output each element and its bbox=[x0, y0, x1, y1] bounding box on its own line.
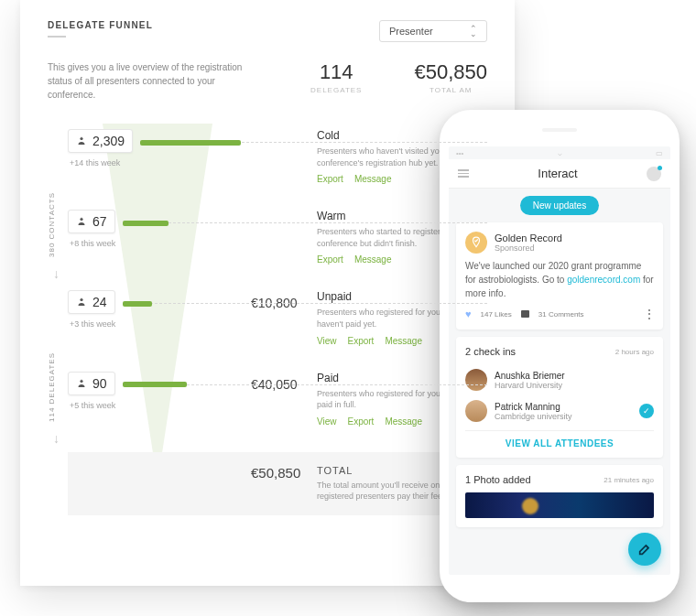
app-title: Interact bbox=[538, 167, 577, 180]
attendee-org: Harvard University bbox=[495, 381, 654, 390]
export-link[interactable]: Export bbox=[317, 174, 343, 184]
stage-divider bbox=[141, 384, 487, 385]
status-bar: ••• ⌵ ▭ bbox=[449, 146, 670, 159]
person-icon bbox=[76, 378, 87, 389]
stage-week-delta: +3 this week bbox=[70, 319, 251, 329]
attendee-org: Cambridge university bbox=[495, 412, 632, 421]
stage-bar bbox=[123, 382, 187, 387]
funnel-stage: 67+8 this weekWarmPresenters who started… bbox=[68, 210, 487, 265]
side-label-delegates: 114 DELEGATES bbox=[48, 352, 56, 422]
side-labels: 380 CONTACTS ↓ 114 DELEGATES ↓ bbox=[48, 129, 68, 515]
funnel-stage: 24+3 this week€10,800UnpaidPresenters wh… bbox=[68, 290, 487, 345]
attendee-name: Patrick Manning bbox=[495, 402, 632, 412]
stage-week-delta: +8 this week bbox=[70, 239, 251, 248]
svg-point-8 bbox=[81, 379, 82, 380]
panel-title-block: DELEGATE FUNNEL bbox=[48, 20, 153, 38]
signal-icon: ••• bbox=[456, 149, 463, 157]
stage-week-delta: +14 this week bbox=[70, 158, 251, 168]
svg-point-2 bbox=[81, 136, 82, 137]
post-body: We've launched our 2020 grant programme … bbox=[465, 259, 654, 300]
view-link[interactable]: View bbox=[317, 416, 337, 427]
post-avatar-icon bbox=[465, 232, 487, 254]
stage-bar bbox=[140, 140, 241, 146]
view-link[interactable]: View bbox=[317, 336, 337, 346]
person-icon bbox=[76, 135, 87, 146]
message-link[interactable]: Message bbox=[354, 174, 392, 184]
comments-count: 31 Comments bbox=[538, 310, 584, 319]
wifi-icon: ⌵ bbox=[558, 149, 562, 157]
message-link[interactable]: Message bbox=[385, 416, 422, 427]
arrow-down-icon: ↓ bbox=[53, 431, 60, 446]
metric-total-value: €50,850 bbox=[414, 60, 487, 84]
stage-divider bbox=[141, 303, 487, 304]
metric-total-label: TOTAL AM bbox=[414, 86, 487, 94]
dropdown-label: Presenter bbox=[389, 26, 433, 37]
photo-added-card: 1 Photo added 21 minutes ago bbox=[456, 465, 663, 527]
panel-description: This gives you a live overview of the re… bbox=[48, 60, 258, 102]
svg-point-4 bbox=[81, 218, 82, 219]
metric-delegates-label: DELEGATES bbox=[304, 86, 368, 94]
metric-total: €50,850 TOTAL AM bbox=[414, 60, 487, 94]
message-link[interactable]: Message bbox=[385, 336, 422, 346]
funnel-stage: 2,309+14 this weekColdPresenters who hav… bbox=[68, 129, 487, 184]
person-icon bbox=[76, 297, 87, 308]
photo-thumbnail[interactable] bbox=[465, 492, 654, 518]
battery-icon: ▭ bbox=[656, 149, 663, 157]
comment-icon[interactable] bbox=[521, 310, 529, 318]
export-link[interactable]: Export bbox=[348, 336, 375, 346]
metric-delegates-value: 114 bbox=[304, 60, 368, 84]
checkins-card: 2 check ins 2 hours ago Anushka BriemerH… bbox=[456, 337, 663, 458]
total-row: €50,850 TOTAL The total amount you'll re… bbox=[68, 452, 487, 515]
edit-icon bbox=[637, 542, 652, 557]
photo-time: 21 minutes ago bbox=[604, 476, 654, 484]
export-link[interactable]: Export bbox=[348, 416, 375, 427]
check-icon: ✓ bbox=[639, 404, 654, 418]
metric-delegates: 114 DELEGATES bbox=[304, 60, 368, 94]
stage-count-pill: 90 bbox=[68, 372, 115, 395]
stage-week-delta: +5 this week bbox=[70, 401, 251, 410]
post-link[interactable]: goldenrecord.com bbox=[567, 275, 640, 285]
title-underline bbox=[48, 36, 66, 38]
checkins-title: 2 check ins bbox=[465, 346, 516, 357]
side-label-contacts: 380 CONTACTS bbox=[48, 192, 56, 257]
heart-icon[interactable]: ♥ bbox=[465, 308, 472, 319]
stage-count-pill: 67 bbox=[68, 210, 115, 233]
more-icon[interactable]: ⋮ bbox=[644, 308, 654, 320]
stage-count-pill: 2,309 bbox=[68, 129, 133, 153]
post-author: Golden Record bbox=[495, 232, 562, 243]
person-icon bbox=[76, 216, 87, 227]
phone-mockup: ••• ⌵ ▭ Interact New updates Golden Reco… bbox=[440, 110, 680, 602]
stage-divider bbox=[141, 222, 487, 223]
stage-bar bbox=[123, 221, 169, 226]
attendee-avatar bbox=[465, 369, 487, 391]
arrow-down-icon: ↓ bbox=[53, 266, 60, 281]
stage-bar bbox=[123, 301, 152, 307]
new-updates-button[interactable]: New updates bbox=[520, 196, 599, 215]
stage-count-pill: 24 bbox=[68, 290, 115, 314]
attendee-name: Anushka Briemer bbox=[495, 371, 654, 381]
svg-point-6 bbox=[81, 298, 82, 299]
presenter-dropdown[interactable]: Presenter ⌃⌄ bbox=[379, 20, 487, 42]
total-amount: €50,850 bbox=[251, 465, 300, 481]
post-sponsored-label: Sponsored bbox=[495, 243, 562, 253]
compose-fab[interactable] bbox=[628, 533, 661, 566]
attendee-avatar bbox=[465, 400, 487, 422]
checkins-time: 2 hours ago bbox=[615, 348, 654, 356]
sponsored-post-card: Golden Record Sponsored We've launched o… bbox=[456, 222, 663, 330]
app-header: Interact bbox=[449, 159, 670, 189]
profile-avatar[interactable] bbox=[647, 167, 661, 181]
attendee-row[interactable]: Patrick ManningCambridge university✓ bbox=[465, 395, 654, 427]
view-all-attendees-link[interactable]: VIEW ALL ATTENDEES bbox=[465, 430, 654, 448]
hamburger-icon[interactable] bbox=[458, 169, 469, 178]
chevron-updown-icon: ⌃⌄ bbox=[470, 26, 477, 37]
export-link[interactable]: Export bbox=[317, 254, 343, 265]
message-link[interactable]: Message bbox=[354, 254, 392, 265]
likes-count: 147 Likes bbox=[481, 310, 512, 319]
attendee-row[interactable]: Anushka BriemerHarvard University bbox=[465, 364, 654, 395]
panel-title: DELEGATE FUNNEL bbox=[48, 20, 153, 30]
photo-title: 1 Photo added bbox=[465, 474, 531, 485]
funnel-stage: 90+5 this week€40,050PaidPresenters who … bbox=[68, 372, 487, 427]
